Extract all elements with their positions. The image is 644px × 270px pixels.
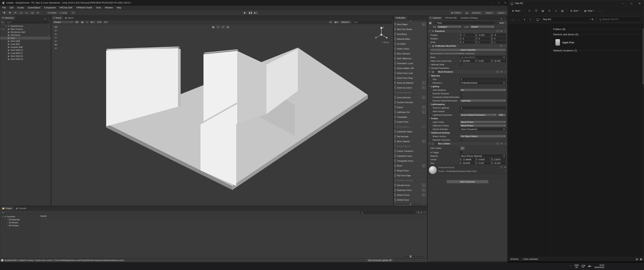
paste-button[interactable]: ▤ (540, 8, 546, 14)
project-search-input[interactable] (364, 211, 414, 214)
kebab-menu-icon[interactable]: ⋮ (504, 71, 506, 73)
probuilder-action-triangulate-faces[interactable]: Triangulate Faces (394, 159, 427, 163)
gear-icon[interactable]: ⚙ (504, 166, 506, 169)
probuilder-action-delete-faces[interactable]: Delete Faces (394, 197, 427, 202)
prefab-open-arrow[interactable]: › (49, 34, 50, 36)
scene-search-input[interactable] (356, 21, 390, 23)
up-button[interactable]: ↑ (528, 18, 532, 21)
probuilder-action-select-by-material[interactable]: Select by Material+ (394, 80, 427, 85)
hierarchy-item-short-wall-2[interactable]: ▣Short Wall (2) (0, 55, 51, 58)
pause-button[interactable]: ❚❚ (248, 11, 253, 15)
effects-dropdown[interactable]: ❋▾ (90, 21, 96, 24)
gameobject-name-field[interactable] (436, 21, 495, 24)
probuilder-action-export[interactable]: Export+ (394, 105, 427, 109)
receive-shadows-checkbox[interactable]: ✓ (460, 92, 462, 95)
probuilder-action-vertex-colors[interactable]: Vertex Colors (394, 46, 427, 51)
kebab-menu-icon[interactable]: ⋮ (47, 18, 49, 20)
section-probes[interactable]: ▼Probes (428, 117, 507, 120)
probuilder-action-extrude-faces[interactable]: Extrude Faces+ (394, 183, 427, 188)
lock-icon[interactable]: ● (44, 18, 46, 20)
size-field[interactable]: 1 (460, 78, 506, 81)
object-size-read-only-z-field[interactable]: 16.125 (493, 59, 506, 62)
auto-generate-lighting-button[interactable]: Auto Generate Lighting Off (366, 259, 393, 262)
probuilder-action-mirror-objects[interactable]: Mirror Objects+ (394, 139, 427, 144)
material-object-field[interactable]: None (Physic Material)⊙ (460, 155, 506, 157)
progrids-3d-toggle-button[interactable]: 3D (53, 43, 58, 46)
favorite-search-icon[interactable]: ★ (417, 211, 419, 214)
menu-vrworld-toolkit[interactable]: VRWorld Toolkit (74, 6, 94, 10)
lightmap-static-checkbox[interactable]: ✓ (460, 63, 462, 66)
object-size-read-only-y-field[interactable]: 0.125 (478, 59, 490, 62)
rotation-z-field[interactable]: 0 (493, 37, 506, 40)
progrids-grid-visibility-button[interactable]: ⊙ (53, 29, 58, 32)
menu-file[interactable]: File (0, 6, 8, 10)
edge-mode-button[interactable]: ╱ (221, 25, 225, 29)
hierarchy-item-main-camera[interactable]: ⊙◈▣Main Camera (0, 28, 51, 31)
assets-breadcrumb[interactable]: Assets (40, 215, 46, 217)
explorer-minimize-button[interactable]: – (619, 0, 627, 7)
breadcrumb[interactable]: › This PC ▾ ↻ (534, 17, 596, 22)
is-trigger-checkbox[interactable] (460, 151, 462, 154)
recent-locations-button[interactable]: ▾ (522, 18, 526, 21)
hierarchy-item-short-wall[interactable]: ▣Short Wall (0, 40, 51, 43)
probuilder-options-duplicate-faces[interactable]: + (422, 188, 426, 192)
static-checkbox[interactable]: ✓ (496, 22, 498, 24)
hierarchy-search-field[interactable] (5, 21, 50, 24)
kebab-menu-icon[interactable]: ⋮ (424, 211, 426, 214)
presets-icon[interactable]: ⚙ (500, 71, 502, 73)
rect-tool-button[interactable]: ▭ (24, 11, 30, 15)
2d-toggle-button[interactable]: 2D (74, 21, 80, 24)
perspective-label[interactable]: < Persp (382, 41, 389, 44)
section-additional-settings[interactable]: ▼Additional Settings (428, 131, 507, 134)
probuilder-action-subdivide-object[interactable]: Subdivide Object (394, 129, 427, 134)
anchor-override-object-field[interactable]: None (Transform)⊙ (460, 128, 506, 130)
menu-assets[interactable]: Assets (15, 6, 26, 10)
edit-collider-button[interactable]: ▱ (460, 146, 465, 150)
probuilder-action-bevel[interactable]: Bevel+ (394, 163, 427, 168)
presets-icon[interactable]: ⚙ (500, 30, 502, 33)
rename-button[interactable]: ✎ (546, 8, 552, 14)
menu-gameobject[interactable]: GameObject (26, 6, 42, 10)
scene-lighting-button[interactable]: ◉ (80, 21, 84, 24)
scale-in-lightmap-field[interactable]: 1 (460, 106, 506, 109)
position-y-field[interactable]: -0.125 (478, 34, 490, 36)
probuilder-options-lightmap-uvs[interactable]: + (422, 110, 426, 114)
stitch-seams-checkbox[interactable]: ✓ (460, 110, 462, 112)
motion-vectors-dropdown[interactable]: Per Object Motion▾ (460, 135, 506, 138)
progrids-x-axis-button[interactable]: X (53, 33, 58, 36)
language-indicator[interactable]: ENGUK (574, 264, 579, 268)
object-size-read-only-x-field[interactable]: 38.0001 (462, 59, 474, 62)
folders-section-header[interactable]: Folders (6) (553, 27, 641, 32)
scene-viewport[interactable]: 125 ⊙ X Y Z 3D ▾ ▣ ∷ ╱ ■ (52, 24, 393, 206)
explorer-scrollbar[interactable] (643, 28, 644, 85)
refresh-button[interactable]: ↻ (592, 18, 594, 21)
face-mode-button[interactable]: ■ (226, 25, 230, 29)
layout-button[interactable]: Layout▾ (496, 11, 507, 15)
help-icon[interactable]: ? (500, 166, 503, 168)
explorer-close-button[interactable]: ✕ (636, 0, 644, 7)
presets-icon[interactable]: ⚙ (500, 143, 502, 145)
visibility-eye-icon[interactable]: ⊙ (1, 28, 2, 30)
grid-visibility-dropdown[interactable]: #▾ (103, 21, 108, 24)
probuilder-action-smoothing[interactable]: Smoothing (394, 32, 427, 36)
drive-apple-ipad[interactable]: Apple iPad (553, 37, 602, 48)
tag-dropdown[interactable]: Untagged▾ (437, 25, 461, 28)
new-button[interactable]: ⊕New▾ (510, 8, 524, 14)
help-icon[interactable]: ? (500, 45, 502, 47)
probuilder-action-material-editor[interactable]: Material Editor (394, 37, 427, 41)
tool-settings-button[interactable]: ✦ (328, 21, 333, 24)
custom-tool-button[interactable]: ✦ (35, 11, 41, 15)
probuilder-scroll-up[interactable]: ▲ (394, 20, 427, 22)
meshfilter-header[interactable]: ▼▦ ProBuilder MeshFilter ?⋮ (428, 44, 507, 48)
menu-window[interactable]: Window (103, 6, 115, 10)
cut-button[interactable]: ✂ (527, 8, 532, 14)
position-x-field[interactable]: -7 (462, 34, 474, 36)
contribute-global-illumination-checkbox[interactable]: ✓ (460, 96, 462, 98)
sort-button[interactable]: ⇅Sort▾ (568, 8, 582, 14)
hierarchy-item-long-wall-1[interactable]: ▣Long Wall (1) (0, 52, 51, 55)
probuilder-options-extrude-faces[interactable]: + (422, 184, 426, 187)
explorer-search-field[interactable] (598, 17, 642, 22)
progrids-y-axis-button[interactable]: Y (53, 36, 58, 39)
rotation-x-field[interactable]: 0 (462, 37, 474, 40)
pickability-icon[interactable]: ◈ (3, 28, 4, 30)
